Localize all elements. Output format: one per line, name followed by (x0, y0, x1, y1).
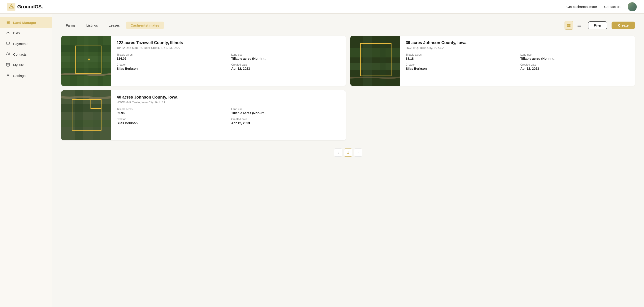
svg-rect-14 (70, 36, 77, 86)
svg-rect-9 (569, 26, 570, 27)
field-created-date-2: Created date Apr 12, 2023 (520, 63, 630, 70)
svg-rect-4 (6, 63, 10, 66)
svg-rect-16 (98, 36, 103, 86)
settings-icon (6, 73, 10, 78)
card-subtitle-3: HGW8+M9 Twain, Iowa City, IA, USA (117, 101, 340, 104)
tab-leases[interactable]: Leases (104, 22, 124, 29)
field-created-date: Created date Apr 12, 2023 (231, 63, 340, 70)
card-body-2: 39 acres Johnson County, Iowa HGJH+Q8 Io… (400, 36, 635, 86)
page-1-button[interactable]: 1 (344, 149, 352, 157)
svg-rect-20 (350, 48, 400, 58)
farm-card-2[interactable]: 39 acres Johnson County, Iowa HGJH+Q8 Io… (350, 36, 635, 86)
contact-link[interactable]: Contact us (604, 5, 620, 9)
list-icon (577, 24, 582, 27)
contacts-icon (6, 52, 10, 57)
next-page-button[interactable]: › (354, 149, 362, 157)
svg-rect-27 (61, 120, 111, 127)
farm-card-3[interactable]: 40 acres Johnson County, Iowa HGW8+M9 Tw… (61, 90, 346, 140)
sidebar-item-label: My site (13, 63, 24, 67)
avatar[interactable] (628, 2, 637, 11)
payments-icon (6, 41, 10, 46)
svg-point-5 (8, 75, 8, 76)
sidebar-item-label: Bids (13, 31, 20, 35)
sidebar: ⊞ Land Manager Bids Payments Contacts My… (0, 14, 52, 307)
grid-icon (567, 23, 571, 27)
svg-rect-15 (84, 36, 88, 86)
list-view-button[interactable] (575, 21, 584, 30)
tab-bar: Farms Listings Leases Cashrentstimates F… (61, 21, 635, 30)
svg-rect-18 (88, 59, 90, 60)
grid-view-button[interactable] (564, 21, 573, 30)
farm-image-1 (61, 36, 111, 86)
sidebar-item-land-manager[interactable]: ⊞ Land Manager (0, 17, 52, 28)
logo[interactable]: GroundOS. (7, 3, 43, 11)
sidebar-item-my-site[interactable]: My site (0, 60, 52, 70)
field-creator: Creator Silas Berkson (117, 63, 226, 70)
nav-right: Get cashrentstimate Contact us (566, 2, 637, 11)
land-manager-icon: ⊞ (6, 20, 10, 25)
filter-button[interactable]: Filter (588, 21, 607, 29)
card-subtitle-1: 18422 Dee-Mac Rd, Deer Creek, IL 61733, … (117, 46, 340, 50)
svg-rect-8 (567, 26, 569, 27)
card-fields-2: Tillable acres 38.18 Land use Tillable a… (406, 53, 630, 70)
card-title-1: 122 acres Tazewell County, Illinois (117, 41, 340, 45)
card-body-3: 40 acres Johnson County, Iowa HGW8+M9 Tw… (111, 90, 346, 140)
card-fields-3: Tillable acres 39.96 Land use Tillable a… (117, 108, 340, 125)
my-site-icon (6, 63, 10, 68)
svg-rect-21 (350, 63, 400, 70)
bids-icon (6, 31, 10, 36)
sidebar-item-label: Settings (13, 74, 26, 78)
pagination: ‹ 1 › (61, 149, 635, 157)
prev-page-button[interactable]: ‹ (334, 149, 342, 157)
card-title-2: 39 acres Johnson County, Iowa (406, 41, 630, 45)
sidebar-item-payments[interactable]: Payments (0, 38, 52, 49)
field-tillable-acres-3: Tillable acres 39.96 (117, 108, 226, 115)
main-content: Farms Listings Leases Cashrentstimates F… (52, 14, 644, 307)
logo-text: GroundOS. (17, 4, 43, 10)
svg-rect-7 (569, 24, 570, 25)
sidebar-item-label: Payments (13, 42, 28, 46)
field-tillable-acres: Tillable acres 114.02 (117, 53, 226, 60)
sidebar-item-bids[interactable]: Bids (0, 28, 52, 38)
tab-farms[interactable]: Farms (61, 22, 80, 29)
create-button[interactable]: Create (612, 22, 635, 29)
card-subtitle-2: HGJH+Q8 Iowa City, IA, USA (406, 46, 630, 50)
svg-point-3 (8, 53, 10, 54)
sidebar-item-label: Contacts (13, 53, 26, 56)
logo-icon (7, 3, 16, 11)
svg-rect-0 (7, 3, 16, 11)
sidebar-item-label: Land Manager (13, 21, 36, 25)
card-body-1: 122 acres Tazewell County, Illinois 1842… (111, 36, 346, 86)
field-creator-2: Creator Silas Berkson (406, 63, 515, 70)
field-land-use: Land use Tillable acres (Non-Irr... (231, 53, 340, 60)
farm-image-3 (61, 90, 111, 140)
svg-rect-1 (6, 42, 10, 44)
svg-rect-6 (567, 24, 569, 25)
field-land-use-2: Land use Tillable acres (Non-Irr... (520, 53, 630, 60)
field-created-date-3: Created date Apr 12, 2023 (231, 118, 340, 125)
cashrent-link[interactable]: Get cashrentstimate (566, 5, 597, 9)
field-land-use-3: Land use Tillable acres (Non-Irr... (231, 108, 340, 115)
farm-card-1[interactable]: 122 acres Tazewell County, Illinois 1842… (61, 36, 346, 86)
tab-cashrentstimates[interactable]: Cashrentstimates (126, 22, 164, 29)
svg-point-2 (7, 53, 8, 54)
farm-image-2 (350, 36, 400, 86)
tab-listings[interactable]: Listings (82, 22, 102, 29)
field-creator-3: Creator Silas Berkson (117, 118, 226, 125)
card-fields-1: Tillable acres 114.02 Land use Tillable … (117, 53, 340, 70)
top-nav: GroundOS. Get cashrentstimate Contact us (0, 0, 644, 14)
sidebar-item-settings[interactable]: Settings (0, 70, 52, 81)
view-toggle (564, 21, 584, 30)
field-tillable-acres-2: Tillable acres 38.18 (406, 53, 515, 60)
svg-rect-26 (61, 104, 111, 112)
sidebar-item-contacts[interactable]: Contacts (0, 49, 52, 60)
card-title-3: 40 acres Johnson County, Iowa (117, 95, 340, 100)
cards-grid: 122 acres Tazewell County, Illinois 1842… (61, 36, 635, 140)
